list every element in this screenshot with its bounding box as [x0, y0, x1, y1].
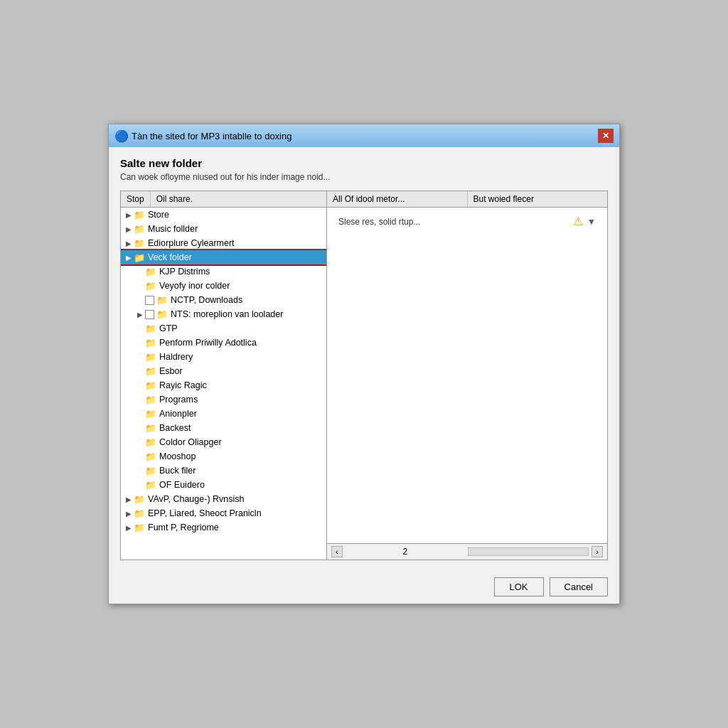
window-title: Тàn the sited for MP3 intablle to doxing [132, 131, 291, 141]
tree-checkbox[interactable] [145, 310, 154, 319]
tree-item[interactable]: 📁GTP [121, 321, 326, 336]
tree-item-label: Fumt P, Regriome [148, 523, 219, 532]
folder-icon: 📁 [145, 366, 156, 377]
tree-item[interactable]: 📁OF Euidero [121, 478, 326, 492]
tree-item[interactable]: 📁Backest [121, 421, 326, 435]
tree-item[interactable]: ▶📁NTS: moreplion van loolader [121, 307, 326, 321]
scroll-right-button[interactable]: › [592, 546, 603, 557]
content-text: Slese res, solid rtup... [338, 217, 420, 227]
dialog-subtext: Can woek ofloyme niused out for his inde… [120, 172, 608, 182]
left-panel: Stop Oil share. ▶📁Store▶📁Music follder▶📁… [121, 191, 327, 560]
tree-item[interactable]: 📁Haldrery [121, 350, 326, 364]
tree-item[interactable]: 📁Anionpler [121, 407, 326, 421]
expand-icon[interactable]: ▶ [124, 496, 134, 503]
tree-item[interactable]: 📁NCTP, Downloads [121, 293, 326, 307]
expand-icon[interactable]: ▶ [124, 524, 134, 532]
folder-icon: 📁 [134, 508, 145, 519]
tree-item[interactable]: 📁Programs [121, 392, 326, 407]
tree-item[interactable]: ▶📁Veck folder [121, 250, 326, 264]
folder-icon: 📁 [145, 267, 156, 277]
folder-icon: 📁 [134, 494, 145, 505]
tree-item-label: Store [148, 210, 169, 220]
tree-item-label: Anionpler [159, 409, 197, 419]
expand-icon[interactable]: ▶ [124, 240, 134, 247]
ok-button[interactable]: LOK [494, 577, 544, 596]
folder-icon: 📁 [145, 338, 156, 348]
tree-item-label: Ediorplure Cylearmert [148, 238, 235, 248]
scroll-page-number: 2 [346, 547, 465, 557]
tree-item[interactable]: ▶📁Store [121, 208, 326, 222]
tree-item-label: Mooshop [159, 451, 196, 461]
tree-item[interactable]: 📁Buck filer [121, 464, 326, 478]
expand-icon[interactable]: ▶ [124, 211, 134, 219]
folder-icon: 📁 [134, 224, 145, 235]
tree-checkbox[interactable] [145, 296, 154, 305]
tree-item-label: Music follder [148, 224, 198, 234]
tree-item-label: Veck folder [148, 252, 192, 262]
title-bar-left: 🔵 Тàn the sited for MP3 intablle to doxi… [114, 129, 291, 142]
folder-icon: 📁 [134, 238, 145, 249]
tree-item-label: Coldor Oliapger [159, 437, 222, 447]
tree-item-label: Esbor [159, 366, 183, 376]
tree-item-label: NTS: moreplion van loolader [171, 309, 283, 319]
tree-item[interactable]: 📁Coldor Oliapger [121, 435, 326, 449]
folder-icon: 📁 [145, 480, 156, 491]
folder-icon: 📁 [156, 295, 168, 306]
folder-icon: 📁 [145, 323, 156, 334]
right-col-header-2: But woied flecer [468, 191, 608, 207]
tree-item[interactable]: 📁Esbor [121, 364, 326, 378]
cancel-button[interactable]: Cancel [550, 577, 608, 596]
tree-list[interactable]: ▶📁Store▶📁Music follder▶📁Ediorplure Cylea… [121, 208, 326, 560]
folder-icon: 📁 [156, 309, 168, 320]
tree-item-label: Programs [159, 395, 198, 405]
tree-item[interactable]: ▶📁Fumt P, Regriome [121, 520, 326, 535]
tree-item-label: Penform Priwilly Adotlica [159, 338, 257, 348]
tree-item-label: GTP [159, 323, 178, 333]
tree-item-label: Veyofy inor colder [159, 281, 230, 291]
right-scrollbar: ‹ 2 › [327, 543, 607, 560]
expand-icon[interactable]: ▶ [124, 510, 134, 518]
right-info-row: Slese res, solid rtup... ⚠ ▼ [333, 213, 601, 230]
col-header-stop: Stop [121, 191, 151, 207]
expand-icon[interactable]: ▶ [124, 225, 134, 233]
folder-icon: 📁 [145, 380, 156, 391]
tree-item[interactable]: 📁Veyofy inor colder [121, 279, 326, 293]
tree-item-label: NCTP, Downloads [171, 295, 242, 305]
tree-item-label: Buck filer [159, 466, 196, 476]
dialog-body: Salte new folder Can woek ofloyme niused… [109, 147, 619, 570]
tree-item[interactable]: 📁Mooshop [121, 449, 326, 464]
folder-icon: 📁 [145, 409, 156, 419]
app-icon: 🔵 [114, 129, 127, 142]
tree-item-label: KJP Distrims [159, 267, 210, 277]
folder-icon: 📁 [145, 281, 156, 291]
folder-icon: 📁 [134, 252, 145, 263]
dialog-heading: Salte new folder [120, 157, 608, 169]
right-col-header-1: All Of idool metor... [327, 191, 468, 207]
tree-item-label: Haldrery [159, 352, 193, 362]
expand-icon[interactable]: ▶ [135, 311, 145, 318]
tree-item[interactable]: ▶📁EPP, Liared, Sheoct Pranicln [121, 506, 326, 520]
folder-icon: 📁 [134, 523, 145, 533]
tree-item[interactable]: ▶📁Music follder [121, 222, 326, 236]
folder-icon: 📁 [145, 352, 156, 363]
tree-item[interactable]: ▶📁VAvP, Chauge-) Rvnsish [121, 492, 326, 506]
folder-icon: 📁 [145, 395, 156, 405]
folder-icon: 📁 [145, 466, 156, 476]
warning-icon: ⚠ [573, 215, 583, 228]
folder-icon: 📁 [145, 451, 156, 462]
tree-item-label: Backest [159, 423, 191, 433]
tree-item[interactable]: 📁Penform Priwilly Adotlica [121, 336, 326, 350]
expand-icon[interactable]: ▶ [124, 254, 134, 262]
scroll-left-button[interactable]: ‹ [331, 546, 343, 557]
tree-item-label: VAvP, Chauge-) Rvnsish [148, 494, 245, 504]
right-content: Slese res, solid rtup... ⚠ ▼ [327, 208, 607, 543]
folder-icon: 📁 [134, 210, 145, 220]
tree-item[interactable]: 📁Rayic Ragic [121, 378, 326, 392]
close-button[interactable]: ✕ [598, 129, 614, 143]
dropdown-icon[interactable]: ▼ [587, 217, 596, 227]
title-bar: 🔵 Тàn the sited for MP3 intablle to doxi… [109, 124, 619, 147]
right-column-headers: All Of idool metor... But woied flecer [327, 191, 607, 208]
folder-icon: 📁 [145, 437, 156, 448]
tree-item[interactable]: 📁KJP Distrims [121, 264, 326, 279]
tree-item[interactable]: ▶📁Ediorplure Cylearmert [121, 236, 326, 250]
